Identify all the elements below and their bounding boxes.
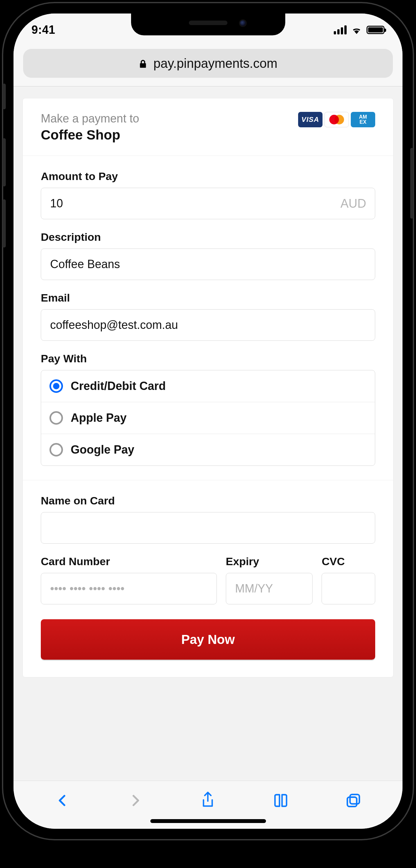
paywith-card[interactable]: Credit/Debit Card — [41, 370, 375, 402]
email-field: Email — [41, 291, 375, 341]
email-input[interactable] — [41, 309, 375, 341]
pay-now-button[interactable]: Pay Now — [41, 619, 375, 660]
tabs-button[interactable] — [345, 792, 362, 809]
back-button[interactable] — [54, 792, 71, 809]
paywith-google-label: Google Pay — [71, 443, 134, 457]
mastercard-logo — [324, 112, 349, 127]
merchant-name: Coffee Shop — [41, 127, 139, 143]
description-field: Description — [41, 231, 375, 280]
paywith-google[interactable]: Google Pay — [41, 434, 375, 465]
address-bar-url: pay.pinpayments.com — [153, 56, 277, 71]
phone-silent-switch — [3, 84, 6, 109]
payment-card: Make a payment to Coffee Shop VISA AM EX — [23, 98, 393, 677]
radio-icon — [49, 411, 63, 425]
svg-rect-1 — [350, 795, 359, 804]
paywith-apple[interactable]: Apple Pay — [41, 402, 375, 434]
status-time: 9:41 — [32, 23, 55, 37]
amount-input[interactable] — [41, 188, 375, 219]
description-input[interactable] — [41, 248, 375, 280]
merchant-block: Make a payment to Coffee Shop — [41, 112, 139, 143]
cardnumber-label: Card Number — [41, 555, 217, 568]
status-icons — [334, 25, 384, 34]
wifi-icon — [351, 25, 362, 34]
amex-logo: AM EX — [351, 112, 375, 127]
amount-field: Amount to Pay AUD — [41, 170, 375, 219]
amount-label: Amount to Pay — [41, 170, 375, 183]
expiry-input[interactable] — [226, 573, 313, 604]
radio-icon — [49, 443, 63, 457]
lock-icon — [138, 58, 147, 69]
expiry-field: Expiry — [226, 555, 313, 604]
address-bar[interactable]: pay.pinpayments.com — [23, 49, 393, 78]
cvc-field: CVC — [321, 555, 375, 604]
notch — [131, 13, 285, 35]
battery-icon — [367, 26, 384, 34]
cardnumber-field: Card Number — [41, 555, 217, 604]
name-field: Name on Card — [41, 494, 375, 544]
paywith-card-label: Credit/Debit Card — [71, 379, 166, 393]
accepted-cards: VISA AM EX — [298, 112, 375, 127]
amount-wrap: AUD — [41, 188, 375, 219]
radio-icon — [49, 379, 63, 393]
name-label: Name on Card — [41, 494, 375, 507]
browser-chrome: pay.pinpayments.com — [13, 42, 403, 87]
amount-currency: AUD — [341, 197, 366, 211]
card-body: Amount to Pay AUD Description Email — [23, 156, 393, 677]
card-details-row: Card Number Expiry CVC — [41, 555, 375, 604]
section-divider — [23, 480, 393, 480]
bookmarks-button[interactable] — [272, 792, 289, 809]
forward-button[interactable] — [127, 792, 144, 809]
home-indicator[interactable] — [150, 819, 266, 823]
amex-logo-text-bot: EX — [359, 120, 366, 125]
card-header: Make a payment to Coffee Shop VISA AM EX — [23, 98, 393, 156]
merchant-intro: Make a payment to — [41, 112, 139, 125]
svg-rect-0 — [347, 797, 356, 806]
email-label: Email — [41, 291, 375, 304]
cvc-label: CVC — [321, 555, 375, 568]
page-content: Make a payment to Coffee Shop VISA AM EX — [13, 87, 403, 780]
expiry-label: Expiry — [226, 555, 313, 568]
cardnumber-input[interactable] — [41, 573, 217, 604]
speaker — [189, 21, 228, 25]
amex-logo-text-top: AM — [359, 115, 367, 120]
front-camera — [239, 19, 247, 27]
phone-frame: 9:41 pay.pinpayments.com — [3, 3, 413, 839]
phone-volume-down — [3, 199, 6, 248]
cvc-input[interactable] — [321, 573, 375, 604]
cellular-icon — [334, 25, 347, 34]
phone-power-button — [410, 148, 413, 219]
paywith-field: Pay With Credit/Debit Card Apple Pay — [41, 352, 375, 466]
paywith-options: Credit/Debit Card Apple Pay Google Pay — [41, 370, 375, 466]
phone-volume-up — [3, 138, 6, 186]
description-label: Description — [41, 231, 375, 243]
name-input[interactable] — [41, 512, 375, 544]
screen: 9:41 pay.pinpayments.com — [10, 10, 406, 832]
paywith-apple-label: Apple Pay — [71, 411, 127, 425]
visa-logo: VISA — [298, 112, 322, 127]
share-button[interactable] — [199, 792, 216, 809]
paywith-label: Pay With — [41, 352, 375, 365]
